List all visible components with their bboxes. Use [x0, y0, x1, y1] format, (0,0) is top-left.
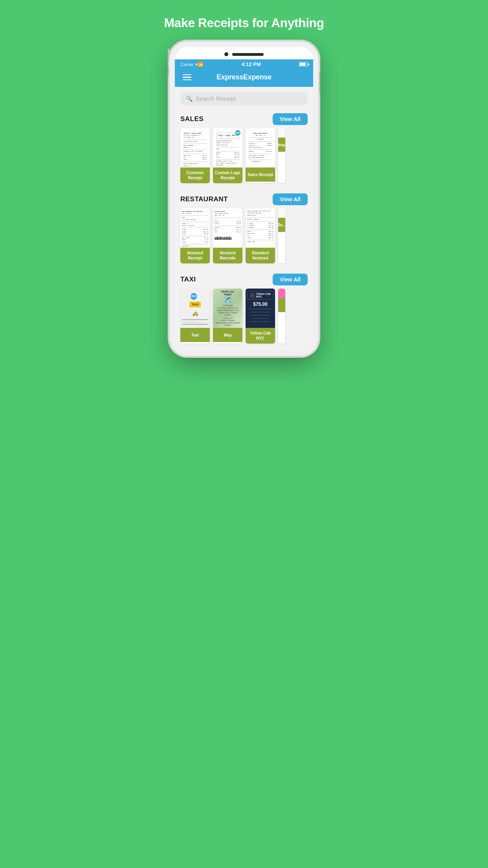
simple-receipt-preview-partial: [278, 128, 285, 138]
itemized-receipt-content: Das Banques Restaurant New York, NY SALE…: [180, 208, 210, 248]
restaurant-partial-card[interactable]: Re...: [278, 208, 285, 263]
itemized-receipt-card[interactable]: Das Banques Restaurant New York, NY SALE…: [180, 208, 210, 263]
simple-receipt-card-partial[interactable]: Simp...: [278, 128, 285, 183]
itemized-receipt-preview: Das Banques Restaurant New York, NY SALE…: [180, 208, 210, 248]
taxi-section-title: TAXI: [180, 276, 196, 283]
itemized-barcode-label: Itemized Barcode: [213, 248, 242, 263]
nyc-logo: ⬛ Yellow Cab NYC: [247, 291, 273, 300]
restaurant-cards-row: Das Banques Restaurant New York, NY SALE…: [175, 208, 313, 269]
taxi-pro-label: Taxi: [180, 328, 210, 342]
taxi-view-all-button[interactable]: View All: [273, 274, 308, 285]
map-icon: 🗺️: [224, 296, 232, 304]
sales-section-title: SALES: [180, 115, 204, 123]
taxi-section-header: TAXI View All: [175, 270, 313, 289]
common-receipt-label: Common Receipt: [180, 167, 210, 183]
pro-badge-logo: PRO: [235, 130, 241, 136]
nyc-amount: $75.00: [253, 302, 268, 307]
standard-itemized-content: GRACE FLANKER 448 NW 9TH AVE 2020 WEST 3…: [246, 208, 275, 245]
status-bar: Carrier ▾📶 4:12 PM: [175, 59, 313, 69]
pro-badge-taxi: PRO: [189, 292, 198, 301]
taxi-logo: TAXI: [189, 302, 201, 307]
itemized-barcode-card[interactable]: RISING CAFÉ 1211 Green Street New York, …: [213, 208, 242, 263]
status-time: 4:12 PM: [242, 61, 261, 67]
hamburger-line-2: [183, 77, 191, 78]
taxi-pro-preview: PRO TAXI 🚕: [180, 289, 210, 328]
restaurant-partial-label: Re...: [278, 218, 285, 232]
simple-receipt-label: Simp...: [278, 138, 285, 152]
taxi-section: TAXI View All PRO TAXI 🚕: [175, 270, 313, 349]
phone-top-bar: [175, 47, 313, 59]
map-city: North LasVegas: [221, 290, 234, 296]
app-content: 🔍 Search Receipt SALES View All JOHNNY'S…: [175, 87, 313, 351]
restaurant-section-header: RESTAURANT View All: [175, 190, 313, 208]
restaurant-section-title: RESTAURANT: [180, 195, 228, 203]
common-receipt-content: JOHNNY'S IRON HORSE 123 WEST COMMERCE ST…: [182, 130, 208, 167]
page-title: Make Receipts for Anything: [156, 8, 332, 41]
nav-bar: ExpressExpense: [175, 69, 313, 87]
map-receipt-label: Map: [213, 328, 242, 342]
sales-section-header: SALES View All: [175, 110, 313, 128]
search-container: 🔍 Search Receipt: [175, 87, 313, 110]
taxi-receipt-lines: [180, 318, 210, 326]
map-details: 10:30 am Casinos, South Las Vegas Boulev…: [215, 304, 241, 326]
restaurant-view-all-button[interactable]: View All: [273, 193, 308, 205]
standard-itemized-preview: GRACE FLANKER 448 NW 9TH AVE 2020 WEST 3…: [246, 208, 275, 248]
battery-fill: [300, 63, 306, 66]
taxi-car-icon: 🚕: [192, 310, 198, 316]
map-receipt-card[interactable]: North LasVegas 🗺️ 10:30 am Casinos, Sout…: [213, 289, 242, 344]
sales-receipt-preview: BAGO RESTAURANT NEW YORK, NY PURCHASE Ac…: [246, 128, 275, 167]
taxi-partial-card[interactable]: [278, 289, 285, 344]
restaurant-partial-preview: [278, 208, 285, 218]
sales-receipt-content: BAGO RESTAURANT NEW YORK, NY PURCHASE Ac…: [247, 130, 273, 165]
search-placeholder: Search Receipt: [196, 95, 236, 102]
taxi-partial-preview: [278, 289, 285, 298]
itemized-receipt-label: Itemized Receipt: [180, 248, 210, 263]
camera-dot: [224, 52, 228, 56]
barcode-graphic: [213, 237, 242, 241]
speaker-bar: [232, 53, 264, 56]
wifi-icon: ▾📶: [195, 62, 204, 67]
battery-icon: [299, 62, 308, 66]
restaurant-section: RESTAURANT View All Das Banques Restaura…: [175, 190, 313, 269]
taxi-partial-label: [278, 298, 285, 312]
itemized-barcode-content: RISING CAFÉ 1211 Green Street New York, …: [213, 208, 242, 235]
hamburger-menu-button[interactable]: [181, 73, 193, 82]
common-receipt-card[interactable]: JOHNNY'S IRON HORSE 123 WEST COMMERCE ST…: [180, 128, 210, 183]
standard-itemized-label: Standard Itemized: [246, 248, 275, 263]
phone-shell: Carrier ▾📶 4:12 PM ExpressExpense 🔍: [169, 41, 319, 356]
nyc-taxi-label: Yellow Cab NYC: [246, 328, 275, 344]
custom-logo-preview: Your Logo Here 2500 WASHINGTON AVE CARME…: [213, 128, 242, 167]
carrier-label: Carrier: [180, 62, 194, 67]
hamburger-line-3: [183, 79, 191, 81]
status-left: Carrier ▾📶: [180, 62, 204, 67]
search-icon: 🔍: [186, 96, 193, 102]
map-receipt-preview: North LasVegas 🗺️ 10:30 am Casinos, Sout…: [213, 289, 242, 328]
phone-screen: Carrier ▾📶 4:12 PM ExpressExpense 🔍: [175, 47, 313, 351]
sales-receipt-label: Sales Receipt: [246, 167, 275, 182]
nyc-taxi-preview: ⬛ Yellow Cab NYC $75.00: [246, 289, 275, 328]
itemized-barcode-preview: RISING CAFÉ 1211 Green Street New York, …: [213, 208, 242, 248]
app-title: ExpressExpense: [216, 73, 272, 81]
taxi-cards-row: PRO TAXI 🚕 Taxi: [175, 289, 313, 349]
custom-logo-receipt-card[interactable]: Your Logo Here 2500 WASHINGTON AVE CARME…: [213, 128, 242, 183]
sales-receipt-card[interactable]: BAGO RESTAURANT NEW YORK, NY PURCHASE Ac…: [246, 128, 275, 183]
custom-logo-label: Custom Logo Receipt: [213, 167, 242, 183]
sales-section: SALES View All JOHNNY'S IRON HORSE 123 W…: [175, 110, 313, 189]
sales-cards-row: JOHNNY'S IRON HORSE 123 WEST COMMERCE ST…: [175, 128, 313, 189]
sales-view-all-button[interactable]: View All: [273, 113, 308, 125]
nyc-taxi-card[interactable]: ⬛ Yellow Cab NYC $75.00: [246, 289, 275, 344]
power-button: [319, 73, 320, 93]
search-bar[interactable]: 🔍 Search Receipt: [180, 92, 308, 105]
hamburger-line-1: [183, 74, 191, 75]
standard-itemized-card[interactable]: GRACE FLANKER 448 NW 9TH AVE 2020 WEST 3…: [246, 208, 275, 263]
taxi-pro-card[interactable]: PRO TAXI 🚕 Taxi: [180, 289, 210, 344]
common-receipt-preview: JOHNNY'S IRON HORSE 123 WEST COMMERCE ST…: [180, 128, 210, 167]
